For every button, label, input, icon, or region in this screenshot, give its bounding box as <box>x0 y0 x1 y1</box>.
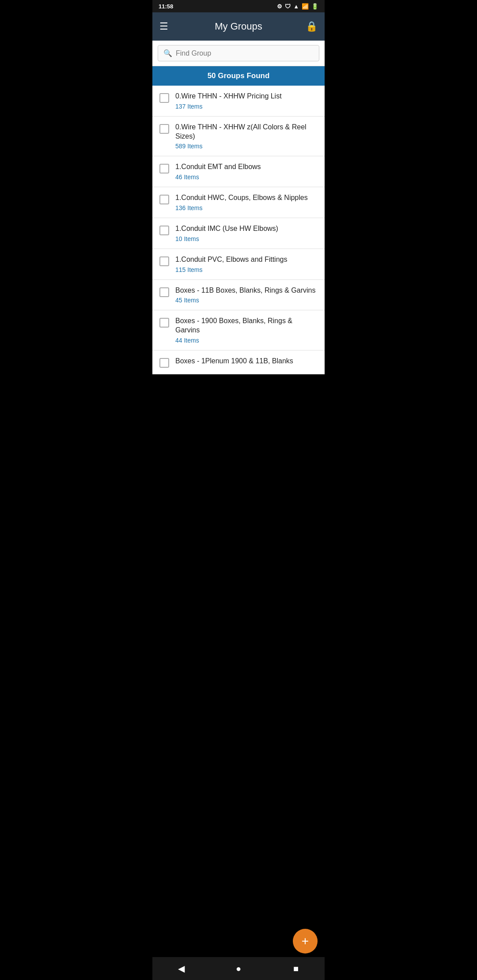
signal-icon: 📶 <box>302 3 309 10</box>
group-checkbox[interactable] <box>159 358 169 368</box>
group-count: 115 Items <box>175 266 318 273</box>
main-content: 🔍 50 Groups Found 0.Wire THHN - XHHW Pri… <box>152 41 325 397</box>
group-name: 1.Conduit PVC, Elbows and Fittings <box>175 255 318 264</box>
list-item: 1.Conduit PVC, Elbows and Fittings115 It… <box>152 249 325 280</box>
settings-icon: ⚙ <box>277 3 282 10</box>
group-checkbox[interactable] <box>159 318 169 328</box>
group-name: 0.Wire THHN - XHHW z(All Colors & Reel S… <box>175 123 318 141</box>
status-icons: ⚙ 🛡 ▲ 📶 🔋 <box>277 3 318 10</box>
group-checkbox[interactable] <box>159 287 169 297</box>
group-count: 45 Items <box>175 297 318 304</box>
search-container: 🔍 <box>152 41 325 66</box>
group-checkbox[interactable] <box>159 256 169 266</box>
list-item: 1.Conduit HWC, Coups, Elbows & Nipples13… <box>152 187 325 218</box>
group-name: Boxes - 11B Boxes, Blanks, Rings & Garvi… <box>175 286 318 295</box>
list-item: Boxes - 1Plenum 1900 & 11B, Blanks <box>152 351 325 374</box>
status-time: 11:58 <box>159 3 173 10</box>
group-checkbox[interactable] <box>159 93 169 103</box>
groups-list: 0.Wire THHN - XHHW Pricing List137 Items… <box>152 86 325 374</box>
search-input[interactable] <box>176 49 314 57</box>
app-bar: ☰ My Groups 🔒 <box>152 12 325 41</box>
group-count: 10 Items <box>175 235 318 242</box>
found-banner: 50 Groups Found <box>152 66 325 86</box>
group-count: 137 Items <box>175 103 318 110</box>
lock-icon[interactable]: 🔒 <box>303 21 318 32</box>
list-item: 0.Wire THHN - XHHW Pricing List137 Items <box>152 86 325 117</box>
search-icon: 🔍 <box>163 49 172 57</box>
nav-back-button[interactable]: ◀ <box>168 963 194 974</box>
list-item: 1.Conduit EMT and Elbows46 Items <box>152 156 325 187</box>
shield-icon: 🛡 <box>285 3 291 10</box>
battery-icon: 🔋 <box>311 3 318 10</box>
add-group-fab[interactable]: + <box>293 929 318 954</box>
group-count: 589 Items <box>175 143 318 150</box>
list-item: 0.Wire THHN - XHHW z(All Colors & Reel S… <box>152 117 325 157</box>
wifi-icon: ▲ <box>293 3 299 10</box>
bottom-nav: ◀ ● ■ <box>152 957 325 980</box>
group-count: 46 Items <box>175 173 318 181</box>
list-item: Boxes - 1900 Boxes, Blanks, Rings & Garv… <box>152 310 325 351</box>
group-name: Boxes - 1900 Boxes, Blanks, Rings & Garv… <box>175 317 318 335</box>
group-count: 136 Items <box>175 204 318 211</box>
nav-recents-button[interactable]: ■ <box>283 964 309 974</box>
group-checkbox[interactable] <box>159 164 169 173</box>
group-checkbox[interactable] <box>159 226 169 235</box>
group-name: 0.Wire THHN - XHHW Pricing List <box>175 92 318 101</box>
group-checkbox[interactable] <box>159 195 169 204</box>
menu-icon[interactable]: ☰ <box>159 21 174 32</box>
page-title: My Groups <box>174 21 303 32</box>
search-box: 🔍 <box>158 45 319 61</box>
group-name: 1.Conduit IMC (Use HW Elbows) <box>175 224 318 234</box>
group-checkbox[interactable] <box>159 124 169 134</box>
nav-home-button[interactable]: ● <box>225 964 252 974</box>
group-name: Boxes - 1Plenum 1900 & 11B, Blanks <box>175 357 318 366</box>
list-item: Boxes - 11B Boxes, Blanks, Rings & Garvi… <box>152 280 325 311</box>
group-count: 44 Items <box>175 337 318 344</box>
group-name: 1.Conduit HWC, Coups, Elbows & Nipples <box>175 193 318 203</box>
status-bar: 11:58 ⚙ 🛡 ▲ 📶 🔋 <box>152 0 325 12</box>
list-item: 1.Conduit IMC (Use HW Elbows)10 Items <box>152 218 325 249</box>
group-name: 1.Conduit EMT and Elbows <box>175 162 318 172</box>
